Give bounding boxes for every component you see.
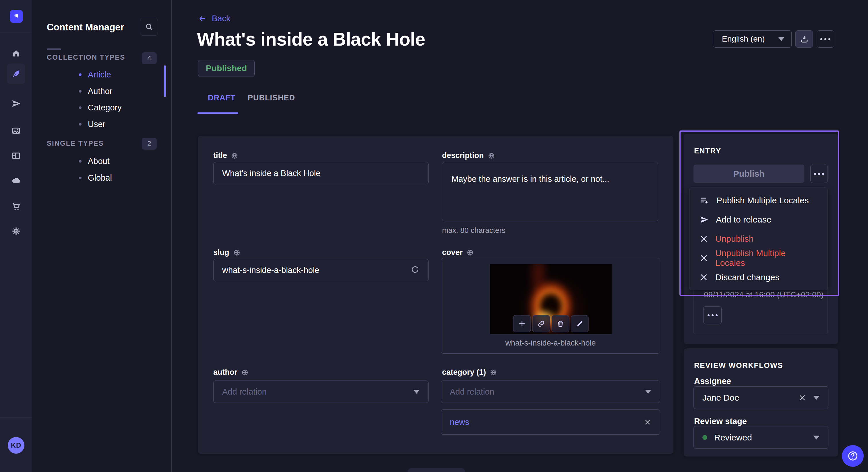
user-avatar[interactable]: KD: [8, 437, 24, 453]
header-more-button[interactable]: [817, 30, 834, 47]
avatar-initials: KD: [11, 441, 22, 449]
cover-image-black-hole[interactable]: [490, 264, 612, 334]
review-stage-combobox[interactable]: Reviewed: [693, 426, 828, 449]
scheduled-date: 09/11/2024 at 16:00 (UTC+02:00): [704, 290, 824, 299]
copy-link-button[interactable]: [532, 315, 550, 332]
assignee-combobox[interactable]: Jane Doe: [693, 386, 828, 409]
author-placeholder: Add relation: [222, 387, 408, 397]
strapi-logo[interactable]: [10, 10, 23, 23]
plus-icon: [518, 320, 526, 328]
cross-icon: [700, 254, 708, 262]
regenerate-slug-button[interactable]: [410, 265, 420, 274]
slug-field-label: slug: [213, 248, 240, 257]
delete-media-button[interactable]: [552, 315, 569, 332]
tab-draft[interactable]: DRAFT: [208, 94, 236, 102]
title-input[interactable]: [213, 162, 429, 184]
menu-item-label: Discard changes: [715, 272, 779, 282]
close-icon: [644, 418, 651, 426]
tab-published[interactable]: PUBLISHED: [248, 94, 295, 102]
globe-icon: [490, 369, 497, 376]
sidebar-item-label: About: [88, 157, 110, 166]
chevron-down-icon: [778, 37, 784, 41]
locale-select[interactable]: English (en): [713, 30, 792, 47]
export-button[interactable]: [795, 30, 813, 47]
sidebar-title: Content Manager: [47, 22, 124, 33]
active-tab-underline: [197, 112, 238, 114]
home-button[interactable]: [7, 44, 25, 63]
sidebar-item-label: Article: [88, 70, 111, 79]
category-relation-combobox[interactable]: Add relation: [441, 380, 660, 403]
content-manager-button[interactable]: [7, 64, 25, 84]
collection-types-heading: COLLECTION TYPES: [47, 53, 125, 61]
description-field-label: description: [442, 151, 495, 160]
sidebar-item-author[interactable]: Author: [79, 84, 165, 98]
relation-link-news[interactable]: news: [450, 417, 644, 427]
collapsed-component-stub[interactable]: [408, 468, 465, 472]
sidebar-item-label: Global: [88, 173, 112, 183]
field-label-text: category (1): [442, 368, 486, 377]
globe-icon: [241, 369, 248, 376]
feather-icon: [11, 69, 21, 78]
sidebar-scrollbar[interactable]: [164, 65, 166, 97]
sidebar-item-label: Author: [88, 87, 112, 96]
review-workflows-panel: REVIEW WORKFLOWS Assignee Jane Doe Revie…: [684, 348, 838, 457]
menu-item-publish-multiple-locales[interactable]: Publish Multiple Locales: [689, 191, 828, 210]
strapi-logo-icon: [12, 12, 21, 21]
clear-assignee-button[interactable]: [798, 394, 806, 402]
stage-status-dot: [702, 435, 707, 440]
menu-item-add-to-release[interactable]: Add to release: [689, 210, 828, 229]
back-link[interactable]: Back: [198, 14, 230, 23]
globe-icon: [467, 249, 474, 256]
marketplace-button[interactable]: [7, 197, 25, 215]
sidebar-item-article[interactable]: Article: [79, 67, 165, 82]
releases-button[interactable]: [7, 94, 25, 113]
slug-input[interactable]: [213, 259, 429, 281]
menu-item-label: Publish Multiple Locales: [716, 196, 809, 205]
cart-icon: [11, 202, 21, 211]
question-icon: [847, 450, 859, 462]
schedule-more-button[interactable]: [703, 306, 722, 324]
description-value: Maybe the answer is in this article, or …: [452, 174, 609, 183]
pencil-icon: [576, 320, 584, 328]
collection-types-count: 4: [142, 52, 157, 64]
description-textarea[interactable]: Maybe the answer is in this article, or …: [442, 162, 658, 222]
cover-caption: what-s-inside-a-black-hole: [441, 339, 660, 347]
ellipsis-icon: [814, 173, 824, 175]
content-type-builder-button[interactable]: [7, 146, 25, 165]
bullet-icon: [79, 90, 82, 93]
search-button[interactable]: [140, 18, 158, 36]
author-relation-combobox[interactable]: Add relation: [213, 380, 429, 403]
search-icon: [145, 22, 153, 31]
menu-item-unpublish-multiple-locales[interactable]: Unpublish Multiple Locales: [689, 248, 828, 268]
sidebar-item-global[interactable]: Global: [79, 171, 165, 185]
refresh-icon: [410, 265, 420, 274]
help-button[interactable]: [842, 445, 864, 467]
cover-actions: [513, 315, 589, 332]
assignee-value: Jane Doe: [702, 393, 792, 403]
sidebar-item-user[interactable]: User: [79, 117, 165, 131]
sidebar-item-label: Category: [88, 103, 122, 112]
page-title: What's inside a Black Hole: [197, 29, 425, 50]
bullet-icon: [79, 160, 82, 163]
nav-rail: KD: [0, 0, 32, 472]
sidebar-item-about[interactable]: About: [79, 154, 165, 168]
back-label: Back: [212, 14, 230, 23]
media-library-button[interactable]: [7, 122, 25, 140]
assignee-label: Assignee: [694, 376, 731, 386]
settings-button[interactable]: [7, 222, 25, 240]
entry-more-button[interactable]: [810, 165, 828, 183]
field-label-text: slug: [213, 248, 229, 257]
add-media-button[interactable]: [513, 315, 531, 332]
edit-media-button[interactable]: [571, 315, 589, 332]
menu-item-label: Unpublish: [715, 234, 753, 244]
remove-relation-button[interactable]: [644, 418, 651, 426]
sidebar-item-category[interactable]: Category: [79, 100, 165, 115]
category-field-label: category (1): [442, 368, 497, 377]
menu-item-discard-changes[interactable]: Discard changes: [689, 268, 828, 287]
publish-button[interactable]: Publish: [693, 165, 804, 183]
cloud-button[interactable]: [7, 171, 25, 190]
arrow-left-icon: [198, 14, 207, 23]
chevron-down-icon: [813, 436, 819, 440]
menu-item-unpublish[interactable]: Unpublish: [689, 229, 828, 248]
entry-actions-menu: Publish Multiple Locales Add to release …: [689, 188, 828, 290]
